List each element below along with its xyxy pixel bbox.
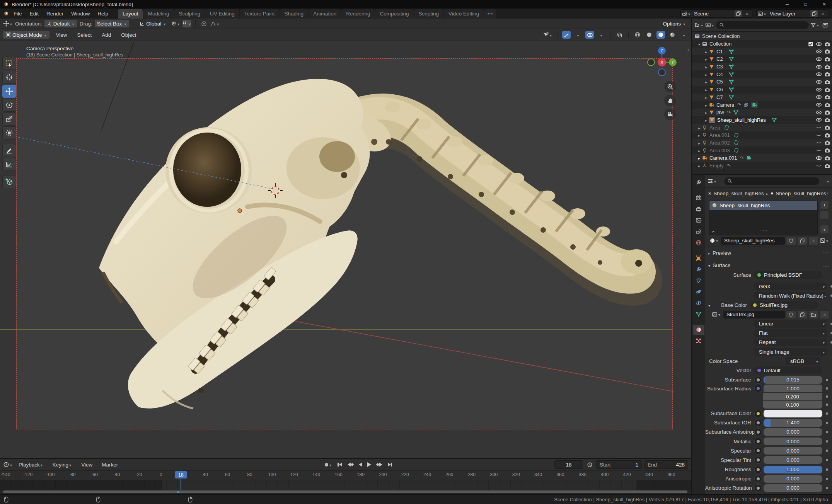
show-overlays-toggle[interactable] bbox=[585, 31, 594, 39]
outliner-row-c3[interactable]: C3 bbox=[692, 63, 832, 71]
disclosure-icon[interactable] bbox=[698, 125, 700, 131]
camera-restrict-icon[interactable] bbox=[824, 48, 830, 54]
socket-icon[interactable] bbox=[754, 385, 762, 392]
remove-view-layer-button[interactable] bbox=[819, 10, 827, 17]
projection-dropdown[interactable]: Flat bbox=[754, 329, 827, 337]
camera-restrict-icon[interactable] bbox=[824, 64, 830, 70]
tab-output[interactable] bbox=[693, 204, 704, 214]
disclosure-icon[interactable] bbox=[698, 140, 700, 146]
sheep-spine[interactable] bbox=[338, 102, 652, 281]
subsurface-anisotropy-slider[interactable]: 0.000 bbox=[764, 428, 822, 436]
camera-restrict-icon[interactable] bbox=[824, 117, 830, 123]
shading-dropdown[interactable] bbox=[680, 31, 688, 39]
socket-icon[interactable] bbox=[754, 428, 762, 436]
shading-wireframe-button[interactable] bbox=[633, 31, 642, 39]
snap-with-dropdown[interactable] bbox=[182, 20, 191, 27]
properties-search-input[interactable] bbox=[724, 177, 819, 185]
viewport-menu-view[interactable]: View bbox=[53, 31, 71, 39]
eye-closed-icon[interactable] bbox=[816, 140, 822, 146]
camera-restrict-icon[interactable] bbox=[824, 155, 830, 161]
subsurface-color-swatch[interactable] bbox=[764, 410, 822, 417]
distribution-dropdown[interactable]: GGX bbox=[754, 283, 827, 290]
outliner-row-area-002[interactable]: Area.002 bbox=[692, 139, 832, 147]
slot-specials-dropdown[interactable] bbox=[820, 225, 829, 234]
subsurface-ior-slider[interactable]: 1.400 bbox=[764, 419, 822, 427]
next-keyframe-button[interactable] bbox=[375, 461, 384, 468]
axis-neg-y-ball[interactable] bbox=[648, 59, 655, 66]
delete-scene-button[interactable] bbox=[743, 10, 751, 17]
tab-layout[interactable]: Layout bbox=[118, 9, 143, 19]
scene-name[interactable]: Scene bbox=[691, 11, 734, 17]
camera-restrict-icon[interactable] bbox=[824, 147, 830, 153]
eye-closed-icon[interactable] bbox=[816, 163, 822, 169]
material-name-field[interactable]: Sheep_skull_highRes bbox=[721, 237, 785, 245]
eye-icon[interactable] bbox=[816, 56, 822, 62]
minimize-button[interactable]: ─ bbox=[779, 0, 795, 9]
viewport-menu-object[interactable]: Object bbox=[118, 31, 140, 39]
breadcrumb-material[interactable]: Sheep_skull_highRes bbox=[776, 191, 826, 196]
base-color-field[interactable]: SkullTex.jpg bbox=[750, 301, 818, 309]
disclosure-icon[interactable] bbox=[698, 148, 700, 153]
camera-restrict-icon[interactable] bbox=[824, 102, 830, 108]
pan-button[interactable] bbox=[664, 95, 676, 106]
outliner-row-area-003[interactable]: Area.003 bbox=[692, 146, 832, 154]
options-dropdown[interactable]: Options bbox=[660, 20, 688, 27]
eye-closed-icon[interactable] bbox=[816, 132, 822, 138]
shading-rendered-button[interactable] bbox=[668, 31, 677, 39]
new-collection-button[interactable] bbox=[821, 21, 830, 29]
camera-restrict-icon[interactable] bbox=[824, 71, 830, 77]
outliner-row-c6[interactable]: C6 bbox=[692, 86, 832, 94]
disclosure-icon[interactable] bbox=[705, 49, 707, 54]
horizontal-scrollbar[interactable] bbox=[3, 490, 687, 493]
socket-icon[interactable] bbox=[754, 419, 762, 427]
blender-logo-icon[interactable] bbox=[2, 11, 9, 16]
eye-icon[interactable] bbox=[816, 48, 822, 54]
material-slot-selected[interactable]: Sheep_skull_highRes bbox=[709, 201, 817, 210]
tab-rendering[interactable]: Rendering bbox=[341, 9, 375, 19]
image-fake-user-toggle[interactable] bbox=[786, 310, 796, 319]
camera-restrict-icon[interactable] bbox=[824, 87, 830, 93]
tool-scale[interactable] bbox=[2, 112, 16, 126]
subsurface-radius-y[interactable]: 0.200 bbox=[763, 393, 822, 400]
tab-object[interactable] bbox=[693, 253, 704, 263]
tab-texture-paint[interactable]: Texture Paint bbox=[240, 9, 280, 19]
playhead-frame-badge[interactable]: 18 bbox=[175, 471, 187, 478]
tab-render[interactable] bbox=[693, 193, 704, 203]
tool-select-box[interactable] bbox=[2, 57, 16, 70]
copy-material-button[interactable] bbox=[797, 237, 807, 245]
outliner-row-sheep-skull[interactable]: Sheep_skull_highRes bbox=[692, 116, 832, 124]
socket-icon[interactable] bbox=[754, 410, 762, 417]
camera-restrict-icon[interactable] bbox=[824, 132, 830, 138]
outliner-row-empty[interactable]: Empty ↷ bbox=[692, 162, 832, 170]
frame-start-field[interactable]: Start 1 bbox=[596, 460, 642, 469]
unlink-image-button[interactable] bbox=[820, 310, 830, 319]
eye-icon[interactable] bbox=[816, 87, 822, 93]
outliner-row-c5[interactable]: C5 bbox=[692, 78, 832, 86]
tab-modifiers[interactable] bbox=[693, 264, 704, 274]
socket-icon[interactable] bbox=[754, 484, 762, 492]
disclosure-icon[interactable] bbox=[705, 117, 707, 123]
tab-modeling[interactable]: Modeling bbox=[143, 9, 174, 19]
eye-icon[interactable] bbox=[816, 41, 822, 47]
specular-slider[interactable]: 0.000 bbox=[764, 447, 822, 455]
add-workspace-button[interactable]: + bbox=[484, 9, 496, 19]
disclosure-icon[interactable] bbox=[705, 102, 707, 108]
frame-end-field[interactable]: End 428 bbox=[644, 460, 688, 469]
tab-material[interactable] bbox=[693, 325, 704, 335]
eye-closed-icon[interactable] bbox=[816, 124, 822, 131]
socket-icon[interactable] bbox=[754, 456, 762, 464]
viewport-menu-add[interactable]: Add bbox=[98, 31, 114, 39]
remove-slot-button[interactable] bbox=[820, 211, 829, 220]
eye-icon[interactable] bbox=[816, 102, 822, 108]
close-button[interactable]: ✕ bbox=[817, 0, 832, 9]
tab-video-editing[interactable]: Video Editing bbox=[444, 9, 484, 19]
tab-texture[interactable] bbox=[693, 336, 704, 346]
outliner-row-collection[interactable]: Collection bbox=[692, 40, 832, 48]
camera-restrict-icon[interactable] bbox=[824, 94, 830, 100]
disclosure-icon[interactable] bbox=[705, 72, 707, 77]
roughness-slider[interactable]: 1.000 bbox=[764, 466, 822, 473]
fake-user-toggle[interactable] bbox=[786, 237, 796, 245]
socket-icon[interactable] bbox=[754, 447, 762, 455]
subsurface-slider[interactable]: 0.015 bbox=[764, 376, 822, 384]
eye-icon[interactable] bbox=[816, 117, 822, 123]
